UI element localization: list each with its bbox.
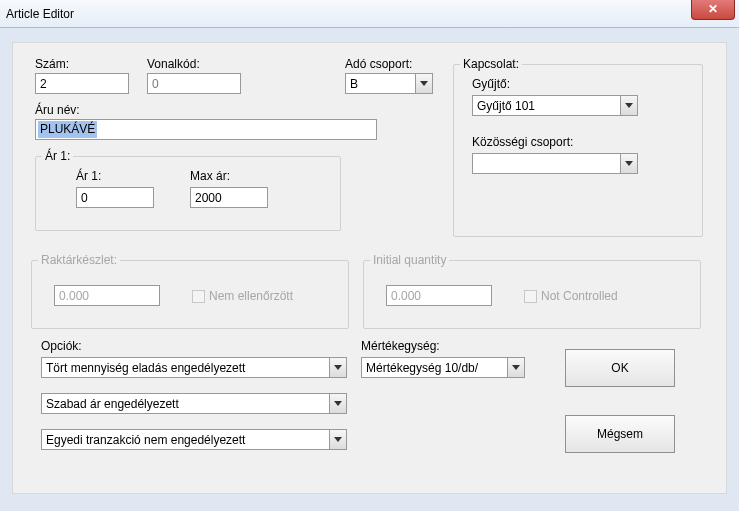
label-szam: Szám:	[35, 57, 69, 71]
group-initial-quantity-legend: Initial quantity	[370, 253, 449, 267]
input-szam[interactable]	[35, 73, 129, 94]
group-initial-quantity: Initial quantity Not Controlled	[363, 253, 701, 329]
ok-button-label: OK	[611, 361, 628, 375]
checkbox-box	[192, 290, 205, 303]
label-opciok: Opciók:	[41, 339, 82, 353]
group-kapcsolat-legend: Kapcsolat:	[460, 57, 522, 71]
close-icon: ✕	[708, 2, 718, 16]
chevron-down-icon	[329, 394, 346, 413]
input-max-ar[interactable]	[190, 187, 268, 208]
input-aru-nev-value: PLUKÁVÉ	[38, 121, 97, 138]
input-aru-nev-wrapper[interactable]: PLUKÁVÉ	[35, 119, 377, 140]
dialog-body: Szám: Vonalkód: Adó csoport: B Áru név: …	[12, 42, 727, 494]
group-ar1-legend: Ár 1:	[42, 149, 73, 163]
select-opcio-2[interactable]: Szabad ár engedélyezett	[41, 393, 347, 414]
chevron-down-icon	[329, 358, 346, 377]
select-opcio-1-value: Tört mennyiség eladás engedélyezett	[42, 361, 329, 375]
select-opcio-1[interactable]: Tört mennyiség eladás engedélyezett	[41, 357, 347, 378]
cancel-button[interactable]: Mégsem	[565, 415, 675, 453]
group-raktarkeszlet-legend: Raktárkészlet:	[38, 253, 120, 267]
label-vonalkod: Vonalkód:	[147, 57, 200, 71]
label-gyujto: Gyűjtő:	[472, 77, 510, 91]
input-ar1[interactable]	[76, 187, 154, 208]
select-mertekegyseg[interactable]: Mértékegység 10/db/	[361, 357, 525, 378]
input-initial-quantity	[386, 285, 492, 306]
label-max-ar: Max ár:	[190, 169, 230, 183]
window-title: Article Editor	[6, 7, 74, 21]
input-vonalkod[interactable]	[147, 73, 241, 94]
label-ar1-inner: Ár 1:	[76, 169, 101, 183]
select-mertekegyseg-value: Mértékegység 10/db/	[362, 361, 507, 375]
group-ar1: Ár 1: Ár 1: Max ár:	[35, 149, 341, 231]
chevron-down-icon	[620, 154, 637, 173]
input-raktarkeszlet	[54, 285, 160, 306]
select-ado-csoport[interactable]: B	[345, 73, 433, 94]
checkbox-nem-ellenorzott: Nem ellenőrzött	[192, 289, 293, 303]
select-opcio-3[interactable]: Egyedi tranzakció nem engedélyezett	[41, 429, 347, 450]
checkbox-not-controlled-label: Not Controlled	[541, 289, 618, 303]
chevron-down-icon	[415, 74, 432, 93]
chevron-down-icon	[507, 358, 524, 377]
group-kapcsolat: Kapcsolat: Gyűjtő: Gyűjtő 101 Közösségi …	[453, 57, 703, 237]
titlebar: Article Editor ✕	[0, 0, 739, 28]
label-aru-nev: Áru név:	[35, 103, 80, 117]
select-opcio-3-value: Egyedi tranzakció nem engedélyezett	[42, 433, 329, 447]
checkbox-box	[524, 290, 537, 303]
label-ado-csoport: Adó csoport:	[345, 57, 412, 71]
select-gyujto-value: Gyűjtő 101	[473, 99, 620, 113]
label-kozossegi: Közösségi csoport:	[472, 135, 573, 149]
select-gyujto[interactable]: Gyűjtő 101	[472, 95, 638, 116]
checkbox-not-controlled: Not Controlled	[524, 289, 618, 303]
select-kozossegi[interactable]	[472, 153, 638, 174]
select-ado-csoport-value: B	[346, 77, 415, 91]
ok-button[interactable]: OK	[565, 349, 675, 387]
group-raktarkeszlet: Raktárkészlet: Nem ellenőrzött	[31, 253, 349, 329]
label-mertekegyseg: Mértékegység:	[361, 339, 440, 353]
chevron-down-icon	[620, 96, 637, 115]
cancel-button-label: Mégsem	[597, 427, 643, 441]
select-opcio-2-value: Szabad ár engedélyezett	[42, 397, 329, 411]
checkbox-nem-ellenorzott-label: Nem ellenőrzött	[209, 289, 293, 303]
chevron-down-icon	[329, 430, 346, 449]
close-button[interactable]: ✕	[691, 0, 735, 20]
